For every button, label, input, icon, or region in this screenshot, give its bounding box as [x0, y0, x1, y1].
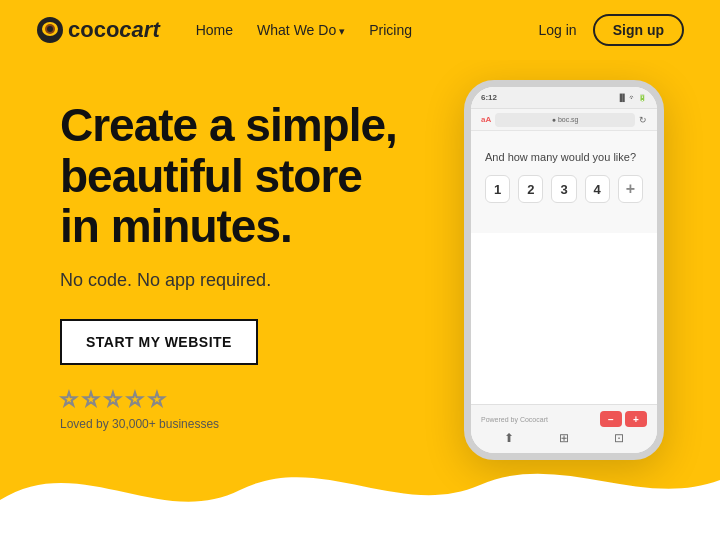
cta-button[interactable]: START MY WEBSITE [60, 319, 258, 365]
tabs-icon: ⊞ [559, 431, 569, 445]
login-button[interactable]: Log in [539, 22, 577, 38]
nav-right: Log in Sign up [539, 14, 684, 46]
powered-row: Powered by Cococart − + [481, 411, 647, 427]
phone-mockup: 6:12 ▐▌ ᯤ 🔋 aA ● boc.sg ↻ And how many w… [464, 80, 664, 460]
add-button[interactable]: + [625, 411, 647, 427]
add-icon: + [633, 414, 639, 425]
logo[interactable]: cococart [36, 16, 160, 44]
svg-point-3 [47, 26, 53, 32]
qty-plus[interactable]: + [618, 175, 643, 203]
add-remove-btns: − + [600, 411, 647, 427]
phone-address-bar: aA ● boc.sg ↻ [471, 109, 657, 131]
share-icon: ⬆ [504, 431, 514, 445]
loved-text: Loved by 30,000+ businesses [60, 417, 444, 431]
star-2: ☆ [82, 387, 100, 411]
star-4: ☆ [126, 387, 144, 411]
phone-bottom-bar: Powered by Cococart − + ⬆ ⊞ [471, 404, 657, 453]
logo-text-coco: coco [68, 17, 119, 43]
hero-title: Create a simple, beautiful store in minu… [60, 100, 444, 252]
star-3: ☆ [104, 387, 122, 411]
nav-what-we-do[interactable]: What We Do [257, 22, 345, 38]
address-url: ● boc.sg [495, 113, 635, 127]
star-5: ☆ [148, 387, 166, 411]
phone-status-bar: 6:12 ▐▌ ᯤ 🔋 [471, 87, 657, 109]
qty-1[interactable]: 1 [485, 175, 510, 203]
phone-time: 6:12 [481, 93, 497, 102]
qty-4[interactable]: 4 [585, 175, 610, 203]
logo-text-cart: cart [119, 17, 159, 43]
signup-button[interactable]: Sign up [593, 14, 684, 46]
navbar: cococart Home What We Do Pricing Log in … [0, 0, 720, 60]
star-rating: ☆ ☆ ☆ ☆ ☆ [60, 387, 444, 411]
phone-question: And how many would you like? [485, 151, 643, 163]
phone-content: And how many would you like? 1 2 3 4 + [471, 131, 657, 233]
remove-button[interactable]: − [600, 411, 622, 427]
qty-3[interactable]: 3 [551, 175, 576, 203]
phone-status-icons: ▐▌ ᯤ 🔋 [617, 94, 647, 102]
bookmark-icon: ⊡ [614, 431, 624, 445]
nav-links: Home What We Do Pricing [196, 22, 539, 38]
remove-icon: − [608, 414, 614, 425]
powered-text: Powered by Cococart [481, 416, 548, 423]
nav-pricing[interactable]: Pricing [369, 22, 412, 38]
hero-subtitle: No code. No app required. [60, 270, 444, 291]
nav-home[interactable]: Home [196, 22, 233, 38]
hero-section: Create a simple, beautiful store in minu… [0, 60, 720, 490]
phone-frame: 6:12 ▐▌ ᯤ 🔋 aA ● boc.sg ↻ And how many w… [464, 80, 664, 460]
qty-2[interactable]: 2 [518, 175, 543, 203]
hero-right: 6:12 ▐▌ ᯤ 🔋 aA ● boc.sg ↻ And how many w… [444, 80, 684, 460]
star-1: ☆ [60, 387, 78, 411]
reload-icon: ↻ [639, 115, 647, 125]
hero-left: Create a simple, beautiful store in minu… [60, 80, 444, 431]
phone-nav-bar: ⬆ ⊞ ⊡ [481, 427, 647, 447]
quantity-row: 1 2 3 4 + [485, 175, 643, 203]
logo-icon [36, 16, 64, 44]
address-aa: aA [481, 115, 491, 124]
